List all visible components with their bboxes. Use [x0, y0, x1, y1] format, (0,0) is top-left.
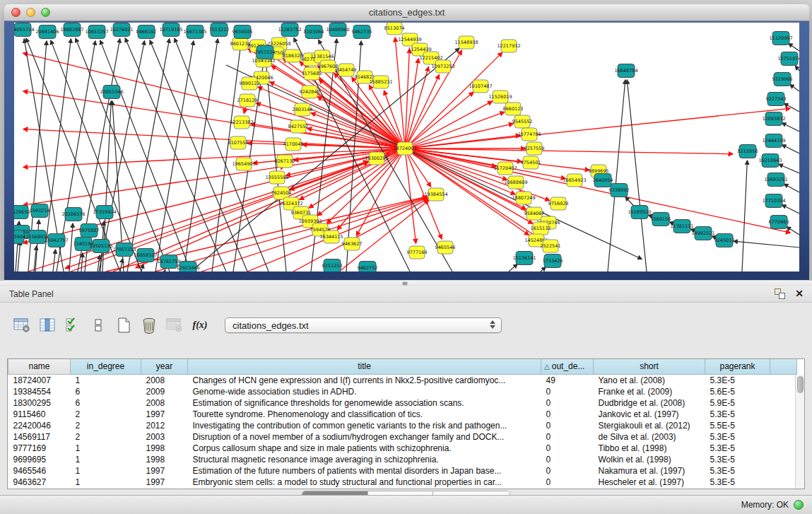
table-row[interactable]: 946362711997Embryonic stem cells: a mode… [8, 477, 797, 488]
table-cell[interactable]: 5.6E-5 [705, 386, 770, 397]
split-handle[interactable] [0, 281, 812, 286]
graph-node[interactable]: 20206576 [61, 208, 85, 221]
graph-node[interactable]: 1615132 [531, 222, 551, 235]
row-height-button[interactable] [88, 315, 109, 335]
graph-node[interactable]: 16648784 [614, 64, 637, 78]
table-cell[interactable]: 14569117 [8, 431, 71, 443]
column-header-short[interactable]: short [594, 359, 705, 374]
graph-node[interactable]: 20053346 [100, 86, 123, 99]
graph-node[interactable]: 15942757 [45, 234, 68, 247]
table-cell[interactable]: de Silva et al. (2003) [594, 431, 705, 443]
table-settings-button[interactable] [11, 315, 33, 335]
graph-node[interactable]: 12213382 [230, 116, 253, 129]
scrollbar-thumb[interactable] [797, 376, 804, 393]
table-cell[interactable]: Corpus callosum shape and size in male p… [188, 443, 541, 454]
table-cell[interactable]: 2008 [141, 397, 188, 409]
table-cell[interactable]: 5.3E-5 [705, 431, 770, 443]
table-vertical-scrollbar[interactable] [795, 375, 804, 489]
graph-node[interactable]: 9560156 [651, 213, 671, 226]
zoom-button[interactable] [41, 8, 50, 17]
table-cell[interactable]: 0 [541, 465, 594, 477]
graph-node[interactable]: 9463627 [342, 238, 363, 250]
table-cell[interactable]: 0 [541, 454, 594, 465]
graph-node[interactable]: 8103064 [304, 25, 324, 39]
table-cell[interactable]: Stergiakouli et al. (2012) [594, 420, 705, 431]
graph-node[interactable]: 7957224 [255, 46, 276, 59]
delete-column-button[interactable] [139, 315, 160, 335]
table-cell[interactable]: 1997 [141, 465, 188, 477]
table-cell[interactable]: Jankovic et al. (1997) [594, 409, 705, 420]
table-cell[interactable]: 0 [541, 420, 594, 431]
table-cell[interactable]: 2009 [141, 386, 188, 397]
graph-node[interactable]: 10488960 [326, 23, 349, 37]
graph-node[interactable]: 1593214 [30, 204, 50, 218]
table-cell[interactable]: 0 [541, 386, 594, 397]
table-cell[interactable]: 1 [71, 374, 141, 386]
splitter-grip-icon[interactable] [403, 282, 407, 285]
graph-node[interactable]: 3915904 [14, 230, 25, 244]
graph-node[interactable]: 8466162 [136, 25, 157, 39]
graph-node[interactable]: 16654923 [563, 174, 586, 187]
graph-node[interactable]: 15276021 [110, 23, 133, 37]
graph-node[interactable]: 8513074 [384, 23, 405, 35]
graph-node[interactable]: 17359924 [93, 206, 116, 219]
table-row[interactable]: 911546021997Tourette syndrome. Phenomeno… [8, 409, 797, 420]
graph-node[interactable]: 9754501 [521, 156, 541, 169]
table-cell[interactable]: 6 [71, 386, 141, 397]
graph-node[interactable]: 2526650 [14, 206, 30, 219]
table-cell[interactable]: Estimation of the future numbers of pati… [188, 465, 541, 477]
graph-node[interactable]: 6770963 [769, 216, 789, 229]
table-row[interactable]: 1830029562008Estimation of significance … [8, 397, 797, 409]
table-cell[interactable]: 2003 [141, 431, 188, 443]
graph-node[interactable]: 16958107 [134, 249, 157, 262]
graph-node[interactable]: 2803144 [293, 103, 313, 116]
graph-node[interactable]: 1640954 [593, 174, 613, 187]
graph-node[interactable]: 12444159 [762, 134, 785, 148]
graph-node[interactable]: 12093832 [762, 112, 785, 126]
table-cell[interactable]: 2008 [141, 374, 188, 386]
graph-node[interactable]: 12923446 [176, 262, 199, 272]
graph-node[interactable]: 9242848 [300, 86, 320, 98]
graph-node[interactable]: 10719185 [159, 23, 182, 37]
table-cell[interactable]: 2 [71, 409, 141, 420]
graph-node[interactable]: 8454749 [336, 64, 357, 76]
graph-node[interactable]: 9756928 [548, 197, 569, 210]
table-cell[interactable]: 18300295 [8, 397, 71, 409]
close-button[interactable] [11, 8, 20, 17]
table-cell[interactable]: 1997 [141, 409, 188, 420]
graph-node[interactable]: 14992521 [691, 227, 714, 240]
graph-node[interactable]: 20691406 [35, 25, 59, 39]
table-cell[interactable]: Estimation of significance thresholds fo… [188, 397, 541, 409]
graph-node[interactable]: 19654903 [232, 158, 255, 170]
column-header-title[interactable]: title [188, 359, 541, 374]
graph-node[interactable]: 11548938 [454, 36, 478, 49]
graph-node[interactable]: 11120997 [769, 32, 792, 45]
graph-node[interactable]: 8267130 [275, 155, 295, 168]
column-header-in-degree[interactable]: in_degree [71, 359, 141, 374]
table-cell[interactable]: 5.3E-5 [705, 454, 770, 465]
set-values-button[interactable] [62, 315, 83, 335]
table-cell[interactable]: 18724007 [8, 374, 71, 386]
table-cell[interactable]: Changes of HCN gene expression and I(f) … [188, 374, 541, 386]
table-cell[interactable]: 6 [71, 397, 141, 409]
graph-node[interactable]: 9462752 [358, 262, 378, 272]
table-cell[interactable]: 19384554 [8, 386, 71, 397]
graph-node[interactable]: 8215958 [738, 145, 758, 158]
table-row[interactable]: 969969511998Structural magnetic resonanc… [8, 454, 797, 465]
graph-node[interactable]: 15751074 [777, 52, 799, 66]
table-cell[interactable]: 1 [71, 443, 141, 454]
graph-node[interactable]: 19882887 [60, 23, 83, 37]
table-cell[interactable]: 5.3E-5 [705, 443, 770, 454]
table-cell[interactable]: Genome-wide association studies in ADHD. [188, 386, 541, 397]
table-cell[interactable]: 5.3E-5 [705, 409, 770, 420]
table-cell[interactable]: 9115460 [8, 409, 71, 420]
table-row[interactable]: 1938455462009Genome-wide association stu… [8, 386, 797, 397]
table-cell[interactable]: Embryonic stem cells: a model to study s… [188, 477, 541, 488]
table-cell[interactable]: 0 [541, 397, 594, 409]
table-cell[interactable]: 0 [541, 409, 594, 420]
graph-node[interactable]: 8107554 [228, 136, 249, 149]
graph-node[interactable]: 12217932 [497, 40, 520, 52]
table-cell[interactable]: 2012 [141, 420, 188, 431]
column-header-pagerank[interactable]: pagerank [705, 359, 770, 374]
table-cell[interactable]: 5.5E-5 [705, 420, 770, 431]
